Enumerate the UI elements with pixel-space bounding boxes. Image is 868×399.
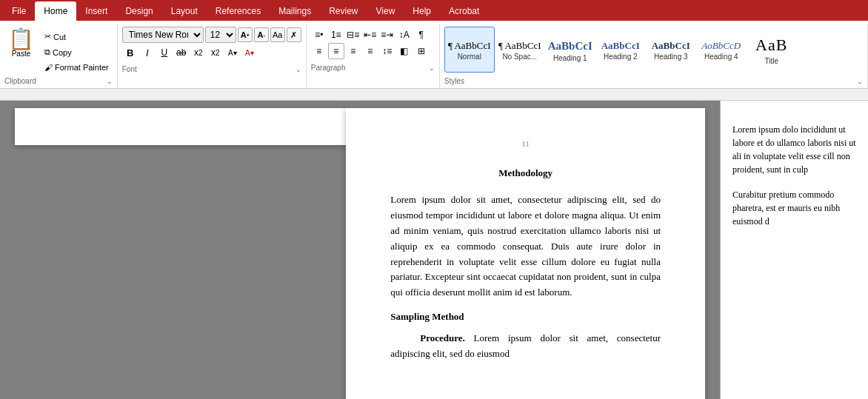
tab-bar: File Home Insert Design Layout Reference… — [0, 0, 868, 21]
copy-button[interactable]: ⧉ Copy — [41, 45, 113, 59]
paste-icon: 📋 — [8, 29, 34, 50]
tab-review[interactable]: Review — [320, 1, 367, 21]
numbering-button[interactable]: 1≡ — [328, 27, 344, 43]
doc-subheading[interactable]: Sampling Method — [390, 309, 661, 325]
increase-font-size-button[interactable]: A+ — [238, 27, 253, 42]
tab-insert[interactable]: Insert — [76, 1, 116, 21]
doc-heading[interactable]: Methodology — [390, 166, 661, 181]
subscript-button[interactable]: x2 — [190, 44, 207, 61]
clipboard-expand-icon[interactable]: ⌄ — [107, 78, 113, 85]
tab-home[interactable]: Home — [35, 1, 76, 21]
tab-mailings[interactable]: Mailings — [270, 1, 320, 21]
styles-group: ¶ AaBbCcI Normal ¶ AaBbCcI No Spac... Aa… — [440, 24, 868, 88]
page-panel[interactable]: 11 Methodology Lorem ipsum dolor sit ame… — [0, 101, 720, 399]
clipboard-small-buttons: ✂ Cut ⧉ Copy 🖌 Format Painter — [41, 30, 113, 74]
text-highlight-button[interactable]: A▾ — [224, 44, 241, 61]
bullets-button[interactable]: ≡• — [311, 27, 327, 43]
borders-button[interactable]: ⊞ — [413, 43, 430, 59]
style-no-spacing-label: No Spac... — [502, 53, 537, 61]
font-group: Times New Rom 12 A+ A- Aa ✗ B I U ab x2 … — [118, 24, 307, 88]
tab-help[interactable]: Help — [404, 1, 440, 21]
clipboard-label: Clipboard — [4, 77, 36, 85]
strikethrough-button[interactable]: ab — [173, 44, 190, 61]
style-title[interactable]: AaB Title — [747, 27, 797, 73]
sort-button[interactable]: ↕A — [396, 27, 413, 43]
styles-group-label: Styles — [444, 77, 464, 85]
justify-button[interactable]: ≡ — [362, 43, 378, 59]
style-title-label: Title — [764, 57, 778, 65]
shading-button[interactable]: ◧ — [396, 43, 413, 59]
style-no-spacing[interactable]: ¶ AaBbCcI No Spac... — [495, 27, 545, 73]
style-heading4[interactable]: AoBbCcD Heading 4 — [696, 27, 747, 73]
style-normal-label: Normal — [458, 53, 481, 61]
multilevel-list-button[interactable]: ⊟≡ — [345, 27, 361, 43]
tab-view[interactable]: View — [367, 1, 404, 21]
font-format-row: B I U ab x2 x2 A▾ A▾ — [122, 44, 301, 61]
superscript-button[interactable]: x2 — [207, 44, 224, 61]
change-case-button[interactable]: Aa — [270, 27, 285, 42]
paragraph-align-row: ≡ ≡ ≡ ≡ ↕≡ ◧ ⊞ — [311, 43, 435, 59]
paragraph-list-row: ≡• 1≡ ⊟≡ ⇤≡ ≡⇥ ↕A ¶ — [311, 27, 435, 43]
style-h4-preview: AoBbCcD — [701, 40, 741, 52]
ribbon-content: 📋 Paste ✂ Cut ⧉ Copy 🖌 Format Painter — [0, 21, 868, 89]
align-left-button[interactable]: ≡ — [311, 43, 327, 59]
clear-formatting-button[interactable]: ✗ — [287, 27, 301, 42]
copy-icon: ⧉ — [44, 47, 50, 57]
underline-button[interactable]: U — [156, 44, 173, 61]
document-page: 11 Methodology Lorem ipsum dolor sit ame… — [346, 108, 705, 399]
font-expand-icon[interactable]: ⌄ — [296, 66, 301, 73]
style-h3-preview: AaBbCcI — [652, 40, 690, 52]
style-heading2[interactable]: AaBbCcI Heading 2 — [595, 27, 646, 73]
format-painter-button[interactable]: 🖌 Format Painter — [41, 61, 113, 74]
show-paragraph-button[interactable]: ¶ — [413, 27, 430, 43]
style-h2-preview: AaBbCcI — [601, 40, 640, 52]
bold-button[interactable]: B — [122, 44, 138, 61]
font-family-select[interactable]: Times New Rom — [122, 27, 204, 43]
paste-label: Paste — [12, 50, 31, 58]
style-h1-preview: AaBbCcI — [548, 39, 592, 53]
tab-layout[interactable]: Layout — [162, 1, 207, 21]
style-normal[interactable]: ¶ AaBbCcI Normal — [444, 27, 495, 73]
clipboard-group: 📋 Paste ✂ Cut ⧉ Copy 🖌 Format Painter — [0, 24, 118, 88]
paragraph-group-label: Paragraph — [311, 64, 346, 72]
tab-acrobat[interactable]: Acrobat — [440, 1, 488, 21]
cut-button[interactable]: ✂ Cut — [41, 30, 113, 44]
document-area: 11 Methodology Lorem ipsum dolor sit ame… — [0, 101, 868, 399]
align-center-button[interactable]: ≡ — [328, 43, 344, 59]
style-h2-label: Heading 2 — [604, 53, 638, 61]
style-h4-label: Heading 4 — [704, 53, 738, 61]
decrease-indent-button[interactable]: ⇤≡ — [362, 27, 378, 43]
tab-design[interactable]: Design — [116, 1, 161, 21]
font-size-select[interactable]: 12 — [205, 27, 236, 43]
align-right-button[interactable]: ≡ — [345, 43, 361, 59]
paragraph-group: ≡• 1≡ ⊟≡ ⇤≡ ≡⇥ ↕A ¶ ≡ ≡ ≡ ≡ ↕≡ ◧ ⊞ Parag… — [307, 24, 440, 88]
style-heading1[interactable]: AaBbCcI Heading 1 — [545, 27, 595, 73]
tab-file[interactable]: File — [3, 1, 35, 21]
previous-page — [15, 108, 346, 145]
right-paragraph2: Curabitur pretium commodo pharetra, est … — [732, 188, 856, 228]
tab-references[interactable]: References — [207, 1, 270, 21]
doc-procedure[interactable]: Procedure. Lorem ipsum dolor sit amet, c… — [390, 331, 661, 362]
paragraph-expand-icon[interactable]: ⌄ — [429, 64, 435, 72]
font-color-button[interactable]: A▾ — [241, 44, 258, 61]
procedure-label: Procedure. — [420, 332, 465, 343]
styles-expand-icon[interactable]: ⌄ — [857, 78, 863, 85]
page-number: 11 — [390, 138, 661, 151]
scissors-icon: ✂ — [44, 32, 51, 41]
ruler — [0, 89, 868, 101]
doc-paragraph1[interactable]: Lorem ipsum dolor sit amet, consectetur … — [390, 192, 661, 301]
style-no-spacing-preview: ¶ AaBbCcI — [498, 40, 541, 52]
italic-button[interactable]: I — [139, 44, 156, 61]
style-heading3[interactable]: AaBbCcI Heading 3 — [646, 27, 696, 73]
ribbon: 📋 Paste ✂ Cut ⧉ Copy 🖌 Format Painter — [0, 21, 868, 89]
decrease-font-size-button[interactable]: A- — [254, 27, 269, 42]
font-group-label: Font — [122, 65, 137, 73]
style-normal-preview: ¶ AaBbCcI — [448, 40, 491, 52]
paste-button[interactable]: 📋 Paste — [4, 27, 38, 60]
line-spacing-button[interactable]: ↕≡ — [379, 43, 395, 59]
styles-list: ¶ AaBbCcI Normal ¶ AaBbCcI No Spac... Aa… — [444, 27, 863, 73]
style-h3-label: Heading 3 — [654, 53, 688, 61]
right-panel: Lorem ipsum dolo incididunt ut labore et… — [720, 101, 868, 399]
style-h1-label: Heading 1 — [553, 54, 587, 62]
increase-indent-button[interactable]: ≡⇥ — [379, 27, 395, 43]
